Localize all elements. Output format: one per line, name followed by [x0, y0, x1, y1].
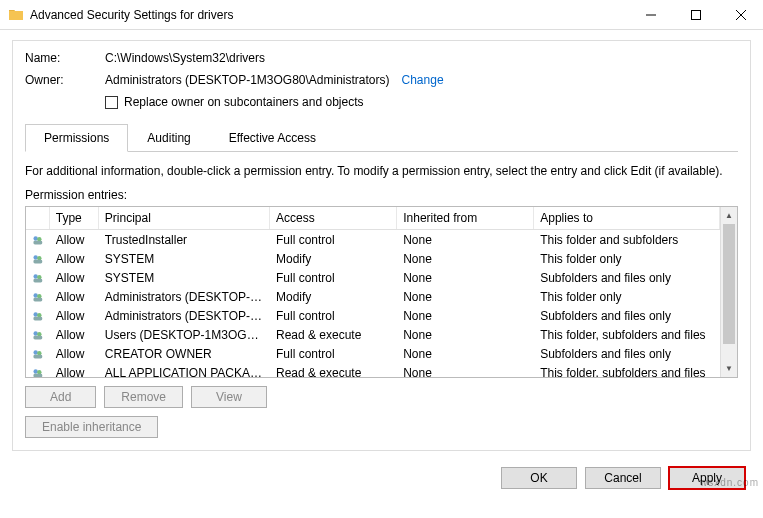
cell-inherited: None: [397, 346, 534, 362]
grid-header: Type Principal Access Inherited from App…: [26, 207, 720, 230]
cell-principal: CREATOR OWNER: [99, 346, 270, 362]
principal-icon: [26, 345, 50, 363]
cell-access: Read & execute: [270, 327, 397, 343]
cancel-button[interactable]: Cancel: [585, 467, 661, 489]
svg-point-13: [33, 293, 37, 297]
add-button[interactable]: Add: [25, 386, 96, 408]
svg-rect-24: [33, 354, 42, 358]
remove-button[interactable]: Remove: [104, 386, 183, 408]
enable-inheritance-button[interactable]: Enable inheritance: [25, 416, 158, 438]
cell-applies: This folder only: [534, 289, 720, 305]
principal-icon: [26, 288, 50, 306]
table-row[interactable]: AllowSYSTEMFull controlNoneSubfolders an…: [26, 268, 720, 287]
col-access[interactable]: Access: [270, 207, 397, 229]
cell-type: Allow: [50, 251, 99, 267]
cell-principal: TrustedInstaller: [99, 232, 270, 248]
svg-rect-6: [33, 240, 42, 244]
cell-access: Full control: [270, 270, 397, 286]
svg-rect-27: [33, 373, 42, 377]
ok-button[interactable]: OK: [501, 467, 577, 489]
table-row[interactable]: AllowSYSTEMModifyNoneThis folder only: [26, 249, 720, 268]
cell-principal: Users (DESKTOP-1M3OG80\U…: [99, 327, 270, 343]
table-row[interactable]: AllowTrustedInstallerFull controlNoneThi…: [26, 230, 720, 249]
cell-access: Modify: [270, 289, 397, 305]
cell-access: Full control: [270, 308, 397, 324]
svg-rect-18: [33, 316, 42, 320]
change-owner-link[interactable]: Change: [402, 73, 444, 87]
cell-principal: Administrators (DESKTOP-1…: [99, 289, 270, 305]
name-label: Name:: [25, 51, 105, 65]
cell-access: Full control: [270, 346, 397, 362]
cell-access: Read & execute: [270, 365, 397, 378]
entries-label: Permission entries:: [25, 188, 738, 202]
permission-entries-grid[interactable]: Type Principal Access Inherited from App…: [26, 207, 720, 377]
svg-point-7: [33, 255, 37, 259]
table-row[interactable]: AllowAdministrators (DESKTOP-1…ModifyNon…: [26, 287, 720, 306]
cell-inherited: None: [397, 308, 534, 324]
principal-icon: [26, 307, 50, 325]
tab-effective-access[interactable]: Effective Access: [210, 124, 335, 152]
view-button[interactable]: View: [191, 386, 267, 408]
cell-type: Allow: [50, 270, 99, 286]
apply-button[interactable]: Apply: [669, 467, 745, 489]
col-inherited[interactable]: Inherited from: [397, 207, 534, 229]
cell-inherited: None: [397, 232, 534, 248]
main-panel: Name: C:\Windows\System32\drivers Owner:…: [12, 40, 751, 451]
cell-principal: SYSTEM: [99, 270, 270, 286]
window-maximize-button[interactable]: [673, 0, 718, 30]
principal-icon: [26, 326, 50, 344]
tabstrip: Permissions Auditing Effective Access: [25, 123, 738, 152]
col-type[interactable]: Type: [50, 207, 99, 229]
window-minimize-button[interactable]: [628, 0, 673, 30]
col-applies[interactable]: Applies to: [534, 207, 720, 229]
cell-access: Full control: [270, 232, 397, 248]
svg-point-4: [33, 236, 37, 240]
scroll-up-button[interactable]: ▲: [721, 207, 737, 224]
cell-applies: Subfolders and files only: [534, 346, 720, 362]
table-row[interactable]: AllowAdministrators (DESKTOP-1…Full cont…: [26, 306, 720, 325]
table-row[interactable]: AllowCREATOR OWNERFull controlNoneSubfol…: [26, 344, 720, 363]
cell-type: Allow: [50, 365, 99, 378]
tab-auditing[interactable]: Auditing: [128, 124, 209, 152]
cell-inherited: None: [397, 251, 534, 267]
window-close-button[interactable]: [718, 0, 763, 30]
svg-rect-12: [33, 278, 42, 282]
col-principal[interactable]: Principal: [99, 207, 270, 229]
cell-applies: Subfolders and files only: [534, 308, 720, 324]
cell-type: Allow: [50, 308, 99, 324]
cell-applies: This folder only: [534, 251, 720, 267]
cell-applies: This folder, subfolders and files: [534, 327, 720, 343]
svg-rect-1: [691, 10, 700, 19]
svg-point-16: [33, 312, 37, 316]
cell-inherited: None: [397, 365, 534, 378]
owner-value: Administrators (DESKTOP-1M3OG80\Administ…: [105, 73, 390, 87]
cell-inherited: None: [397, 327, 534, 343]
info-text: For additional information, double-click…: [25, 164, 738, 178]
principal-icon: [26, 250, 50, 268]
cell-principal: ALL APPLICATION PACKAGES: [99, 365, 270, 378]
svg-point-19: [33, 331, 37, 335]
table-row[interactable]: AllowUsers (DESKTOP-1M3OG80\U…Read & exe…: [26, 325, 720, 344]
cell-principal: SYSTEM: [99, 251, 270, 267]
vertical-scrollbar[interactable]: ▲ ▼: [720, 207, 737, 377]
principal-icon: [26, 364, 50, 378]
folder-icon: [8, 7, 24, 23]
replace-owner-label: Replace owner on subcontainers and objec…: [124, 95, 363, 109]
cell-applies: This folder, subfolders and files: [534, 365, 720, 378]
scroll-down-button[interactable]: ▼: [721, 360, 737, 377]
cell-type: Allow: [50, 346, 99, 362]
principal-icon: [26, 269, 50, 287]
cell-access: Modify: [270, 251, 397, 267]
table-row[interactable]: AllowALL APPLICATION PACKAGESRead & exec…: [26, 363, 720, 377]
cell-inherited: None: [397, 270, 534, 286]
name-value: C:\Windows\System32\drivers: [105, 51, 738, 65]
cell-type: Allow: [50, 232, 99, 248]
svg-point-10: [33, 274, 37, 278]
tab-permissions[interactable]: Permissions: [25, 124, 128, 152]
cell-applies: This folder and subfolders: [534, 232, 720, 248]
cell-principal: Administrators (DESKTOP-1…: [99, 308, 270, 324]
scroll-thumb[interactable]: [723, 224, 735, 344]
dialog-footer: OK Cancel Apply: [0, 459, 763, 501]
replace-owner-checkbox[interactable]: [105, 96, 118, 109]
svg-point-25: [33, 369, 37, 373]
